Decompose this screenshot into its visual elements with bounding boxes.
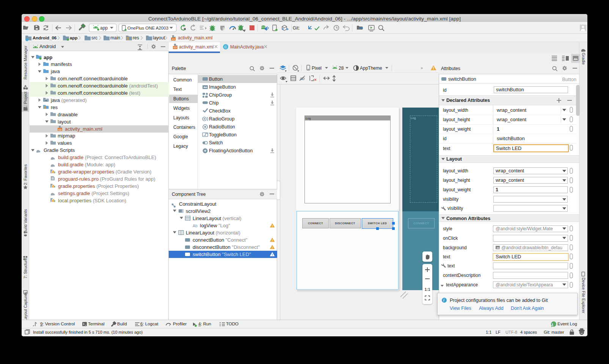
svg-text:Ab: Ab (193, 223, 198, 228)
svg-text:!: ! (272, 239, 273, 242)
svg-text:1:1: 1:1 (424, 287, 430, 292)
svg-text:!: ! (272, 253, 273, 256)
svg-text:<>: <> (174, 46, 177, 49)
svg-text:»: » (421, 66, 423, 70)
svg-text:1: 1 (551, 322, 554, 327)
svg-text:C: C (224, 45, 227, 49)
svg-text:!: ! (272, 246, 273, 249)
svg-text:!: ! (272, 224, 273, 228)
svg-text:<>: <> (58, 128, 62, 131)
